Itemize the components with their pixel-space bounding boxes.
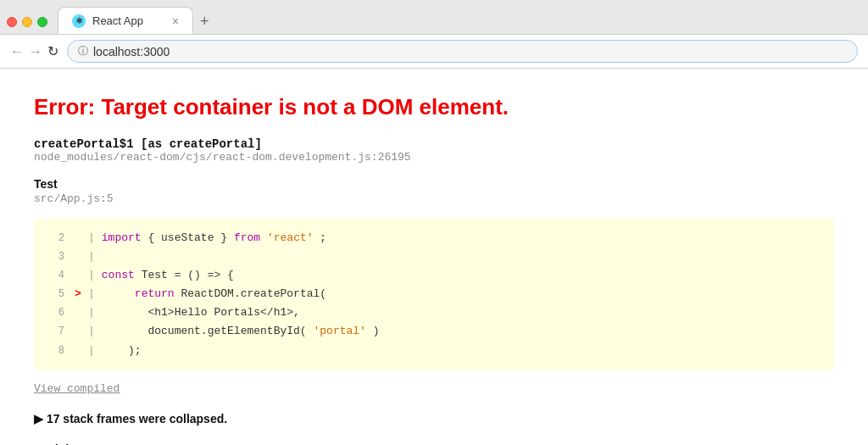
page-content: Error: Target container is not a DOM ele…: [0, 69, 868, 445]
line-number: 8: [47, 342, 64, 359]
view-compiled-link[interactable]: View compiled: [34, 382, 834, 395]
address-bar: ← → ↻ ⓘ localhost:3000: [0, 34, 868, 68]
line-number: 6: [47, 304, 64, 321]
line-pipe: |: [88, 303, 95, 322]
code-line-6: 6 | <h1>Hello Portals</h1>,: [47, 303, 821, 322]
minimize-traffic-light[interactable]: [22, 17, 32, 27]
line-pipe: |: [88, 248, 95, 266]
line-number: 3: [47, 248, 64, 265]
line-pipe: |: [88, 322, 95, 341]
line-pipe: |: [88, 266, 95, 285]
reload-button[interactable]: ↻: [47, 45, 58, 58]
line-number: 2: [47, 230, 64, 247]
nav-buttons: ← → ↻: [10, 45, 58, 58]
frame-function-name: createPortal$1 [as createPortal]: [34, 137, 834, 151]
forward-button[interactable]: →: [29, 45, 42, 58]
code-text: return ReactDOM.createPortal(: [102, 285, 326, 303]
line-arrow: [75, 266, 86, 285]
component-src: src/App.js:5: [34, 192, 834, 205]
line-number: 4: [47, 267, 64, 284]
close-traffic-light[interactable]: [7, 17, 17, 27]
frame-location: node_modules/react-dom/cjs/react-dom.dev…: [34, 151, 834, 164]
tab-favicon-icon: ⚛: [72, 14, 86, 28]
code-line-4: 4 | const Test = () => {: [47, 266, 821, 285]
code-line-7: 7 | document.getElementById( 'portal' ): [47, 322, 821, 341]
line-arrow: [75, 342, 86, 360]
active-tab[interactable]: ⚛ React App ×: [58, 7, 193, 34]
module-frame: Module.<anonymous> src/index.js:7: [34, 442, 834, 445]
code-line-3: 3 |: [47, 248, 821, 266]
maximize-traffic-light[interactable]: [37, 17, 47, 27]
info-icon: ⓘ: [78, 44, 88, 58]
line-arrow: [75, 248, 86, 266]
module-function-name: Module.<anonymous>: [34, 442, 834, 445]
component-name: Test: [34, 177, 834, 191]
error-title: Error: Target container is not a DOM ele…: [34, 94, 834, 120]
stack-frame-createportal: createPortal$1 [as createPortal] node_mo…: [34, 137, 834, 164]
line-pipe: |: [88, 285, 95, 303]
code-text: <h1>Hello Portals</h1>,: [102, 303, 300, 322]
url-bar[interactable]: ⓘ localhost:3000: [67, 40, 858, 63]
line-pipe: |: [88, 342, 95, 360]
tab-title: React App: [92, 14, 143, 27]
back-button[interactable]: ←: [10, 45, 24, 58]
new-tab-button[interactable]: +: [200, 14, 209, 29]
code-line-5: 5 > | return ReactDOM.createPortal(: [47, 285, 821, 303]
traffic-lights: [7, 17, 47, 27]
collapsed-frames[interactable]: 17 stack frames were collapsed.: [34, 412, 834, 426]
stack-frame-test: Test src/App.js:5: [34, 177, 834, 205]
code-text: const Test = () => {: [102, 266, 234, 285]
line-arrow: [75, 303, 86, 322]
line-arrow: [75, 322, 86, 341]
code-line-2: 2 | import { useState } from 'react' ;: [47, 229, 821, 248]
browser-chrome: ⚛ React App × + ← → ↻ ⓘ localhost:3000: [0, 0, 868, 69]
code-text: );: [102, 342, 142, 360]
code-text: [102, 248, 108, 266]
error-arrow-icon: >: [75, 285, 86, 303]
tab-close-icon[interactable]: ×: [172, 15, 179, 27]
code-text: document.getElementById( 'portal' ): [102, 322, 380, 341]
line-number: 7: [47, 323, 64, 340]
line-pipe: |: [88, 229, 95, 248]
line-number: 5: [47, 286, 64, 303]
line-arrow: [75, 229, 86, 248]
url-text: localhost:3000: [93, 45, 170, 58]
tab-bar: ⚛ React App × +: [0, 0, 868, 34]
code-line-8: 8 | );: [47, 342, 821, 360]
code-text: import { useState } from 'react' ;: [102, 229, 326, 248]
code-block: 2 | import { useState } from 'react' ; 3…: [34, 219, 834, 370]
